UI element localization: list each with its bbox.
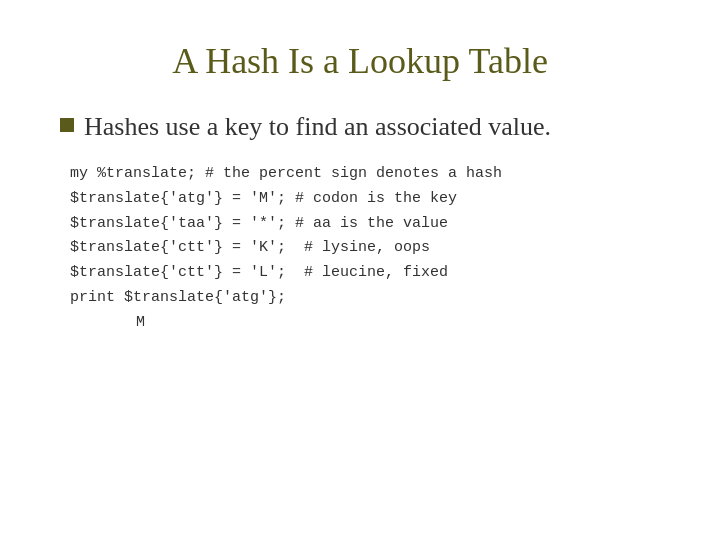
- bullet-item: Hashes use a key to find an associated v…: [60, 112, 660, 142]
- bullet-text: Hashes use a key to find an associated v…: [84, 112, 551, 142]
- code-line-1: my %translate; # the percent sign denote…: [70, 162, 660, 187]
- code-line-2: $translate{'atg'} = 'M'; # codon is the …: [70, 187, 660, 212]
- slide: A Hash Is a Lookup Table Hashes use a ke…: [0, 0, 720, 540]
- code-line-6: print $translate{'atg'};: [70, 286, 660, 311]
- code-output: M: [100, 311, 660, 336]
- code-line-3: $translate{'taa'} = '*'; # aa is the val…: [70, 212, 660, 237]
- code-block: my %translate; # the percent sign denote…: [70, 162, 660, 335]
- bullet-icon: [60, 118, 74, 132]
- slide-title: A Hash Is a Lookup Table: [60, 40, 660, 82]
- code-line-5: $translate{'ctt'} = 'L'; # leucine, fixe…: [70, 261, 660, 286]
- code-line-4: $translate{'ctt'} = 'K'; # lysine, oops: [70, 236, 660, 261]
